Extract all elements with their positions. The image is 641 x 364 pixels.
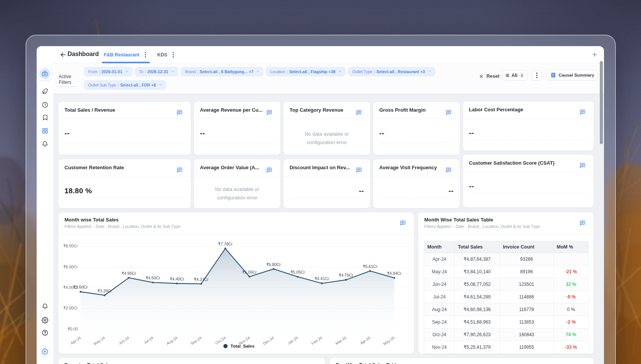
workspace-icon-halo [39,68,50,79]
comment-icon[interactable] [356,167,362,173]
chip-value: Select-all , 6 Ballygung... +7 [200,69,253,74]
sidebar-add-button[interactable] [40,346,50,357]
kpi-value-underline [469,140,588,140]
comment-icon[interactable] [356,109,362,115]
kpi-title: Customer Satisfaction Score (CSAT) [469,160,577,166]
filter-chip-from[interactable]: From|2026-01-01 [84,67,132,76]
filter-count-button[interactable]: All 6 [502,70,528,80]
filter-more-button[interactable] [532,70,542,80]
app-header: Dashboard F&B Restaurant KDS [53,46,604,63]
svg-text:₹5.05Cr: ₹5.05Cr [290,270,305,274]
cell-invoice-count: 160843 [500,329,554,341]
filter-chip-outlet-type[interactable]: Outlet Type|Select-all , Restaurant +3 [348,67,435,76]
svg-text:₹5.80Cr: ₹5.80Cr [266,262,281,267]
chevron-down-icon [159,83,163,87]
reset-filters-button[interactable]: Reset [479,74,499,79]
bell-icon [42,141,48,148]
svg-text:Oct-24: Oct-24 [214,335,227,345]
filter-count-badge: 6 [519,72,525,79]
cell-total-sales: ₹4,51,68,963 [455,316,500,329]
chevron-down-icon [338,69,342,73]
kpi-value-underline [290,198,364,198]
causal-summary-button[interactable]: Causal Summary [546,70,598,80]
cell-invoice-count: 119955 [500,341,554,354]
tab-kds-menu-icon[interactable] [171,51,176,58]
tab-fnb-menu-icon[interactable] [143,51,148,58]
cell-total-sales: ₹7,90,26,623 [455,329,500,341]
gear-icon [42,317,48,324]
vertical-scrollbar[interactable] [600,61,603,144]
sidebar-item-bookmarks[interactable] [37,114,53,121]
comment-icon[interactable] [580,162,585,168]
comment-icon[interactable] [177,167,182,173]
sidebar-item-apps[interactable] [37,127,53,134]
column-header-mom: MoM % [554,241,589,253]
kpi-card-average-order-value-a: Average Order Value (A...No data availab… [193,159,281,208]
comment-icon[interactable] [446,167,451,173]
back-button[interactable] [59,50,67,59]
kpi-value-underline [379,143,454,143]
cell-month: Jun-24 [424,278,455,291]
kpi-divider [463,172,594,172]
table-row: Apr-24₹4,87,64,38793286 [424,253,589,266]
table-row: Jun-24₹5,08,77,05212350132 % [424,278,589,291]
chip-label: From [88,69,97,74]
tab-kds[interactable]: KDS [157,52,167,58]
dashboard-content: Total Sales / Revenue--Average Revenue p… [53,94,604,364]
sidebar-item-history[interactable] [37,101,53,108]
svg-text:₹4.40Cr: ₹4.40Cr [170,277,185,281]
cell-total-sales: ₹4,60,98,136 [455,303,500,316]
cell-month: Aug-24 [424,303,455,316]
chip-value: Select-all , Restaurant +3 [376,69,425,74]
comment-icon[interactable] [446,109,451,115]
comment-icon[interactable] [177,109,182,115]
svg-text:Apr-24: Apr-24 [70,335,82,345]
kpi-title: Average Revenue per Cu... [200,107,264,113]
table-title: Month Wise Total Sales Table [424,217,493,223]
chevron-down-icon [428,69,432,73]
kebab-icon [536,72,538,78]
sidebar-notifications[interactable] [37,303,53,310]
svg-text:₹3.26Cr: ₹3.26Cr [97,289,112,293]
chip-chevron [171,69,175,74]
svg-text:₹3.60Cr: ₹3.60Cr [73,285,88,289]
kpi-value: -- [64,129,69,138]
filter-chip-to[interactable]: To|2026-12-31 [135,67,178,76]
comment-icon[interactable] [266,167,272,173]
comment-icon[interactable] [580,220,585,226]
sidebar [37,46,53,364]
svg-text:₹2.00Cr: ₹2.00Cr [63,306,78,310]
kpi-value: -- [469,129,474,137]
comment-icon[interactable] [266,109,272,115]
svg-text:₹4.41Cr: ₹4.41Cr [314,276,329,281]
chip-chevron [428,69,432,74]
add-dashboard-button[interactable] [590,50,599,59]
kpi-card-total-sales-revenue: Total Sales / Revenue-- [58,101,191,155]
bookmark-icon [42,114,48,121]
comment-icon[interactable] [580,109,585,115]
sidebar-item-alerts[interactable] [37,141,53,148]
chip-value: Select-all , FDR +8 [120,83,156,87]
kpi-card-customer-retention-rate: Customer Retention Rate18.80 % [58,159,191,208]
svg-text:May-25: May-25 [382,335,395,346]
table-header-divider [418,234,594,235]
filter-chip-brand[interactable]: Brand|Select-all , 6 Ballygung... +7 [181,67,263,76]
sidebar-item-explore[interactable] [37,88,53,95]
cell-total-sales: ₹5,08,77,052 [455,278,500,291]
sidebar-settings[interactable] [37,317,53,324]
svg-text:₹5.06Cr: ₹5.06Cr [242,270,257,274]
sidebar-item-workspace[interactable] [38,67,52,81]
cell-mom-percent [554,253,589,266]
cell-invoice-count: 116778 [500,303,554,316]
sidebar-help[interactable] [37,329,53,336]
filter-chip-location[interactable]: Location|Select-all , Flagship +38 [266,67,345,76]
chip-separator: | [287,69,288,74]
bell-icon [42,303,48,310]
filter-chip-outlet-sub-type[interactable]: Outlet Sub Type|Select-all , FDR +8 [84,80,166,90]
chip-label: Location [270,69,285,74]
tab-fnb-restaurant[interactable]: F&B Restaurant [104,52,139,58]
comment-icon[interactable] [400,220,406,226]
svg-text:₹7.78Cr: ₹7.78Cr [218,242,233,246]
kpi-value: -- [200,129,205,138]
kpi-no-data-message: No data available or configuration error [200,179,274,208]
